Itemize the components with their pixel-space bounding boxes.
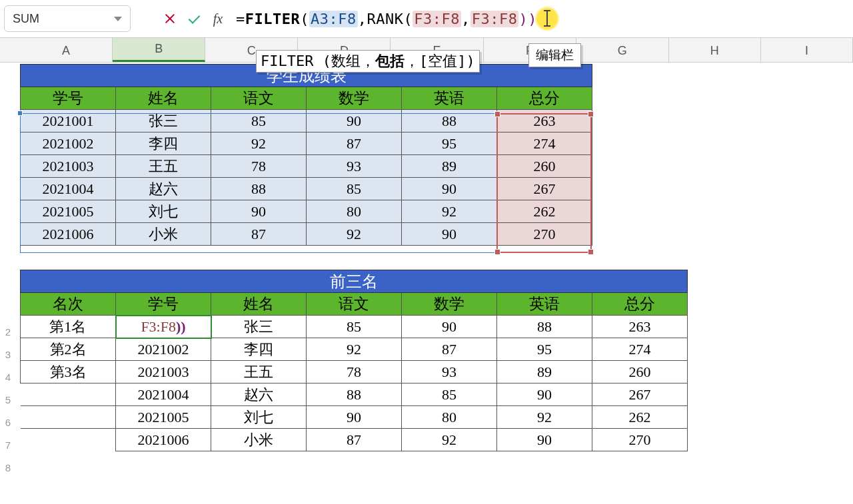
- table1-cell[interactable]: 90: [307, 110, 402, 132]
- table2-cell[interactable]: 王五: [211, 361, 307, 383]
- row-number: 6: [0, 417, 11, 428]
- table2-title: 前三名: [21, 270, 688, 293]
- table1-cell[interactable]: 2021002: [21, 132, 116, 155]
- table1-cell[interactable]: 2021003: [21, 155, 116, 178]
- table1-cell[interactable]: 92: [211, 132, 307, 155]
- table1-cell[interactable]: 85: [307, 178, 402, 200]
- rank-cell[interactable]: 第2名: [21, 338, 116, 361]
- table2-cell[interactable]: 260: [592, 361, 688, 383]
- table2-cell[interactable]: 80: [402, 406, 497, 429]
- table2-cell[interactable]: 88: [307, 383, 402, 406]
- table1-cell[interactable]: 王五: [116, 155, 211, 178]
- table2-cell[interactable]: 90: [497, 429, 592, 451]
- table2-cell[interactable]: 2021003: [116, 361, 211, 383]
- col-header-a[interactable]: A: [20, 38, 113, 62]
- table1-cell[interactable]: 262: [497, 200, 592, 223]
- table2-cell[interactable]: 92: [307, 338, 402, 361]
- table1-cell[interactable]: 93: [307, 155, 402, 178]
- table2-cell[interactable]: 89: [497, 361, 592, 383]
- table1-cell[interactable]: 88: [402, 110, 497, 132]
- table2-cell[interactable]: 87: [307, 429, 402, 451]
- table1-cell[interactable]: 267: [497, 178, 592, 200]
- table1-cell[interactable]: 90: [402, 223, 497, 246]
- table2-cell[interactable]: 92: [402, 429, 497, 451]
- student-score-table[interactable]: 学生成绩表学号姓名语文数学英语总分2021001张三85908826320210…: [20, 64, 592, 246]
- col-header-h[interactable]: H: [669, 38, 761, 62]
- table1-cell[interactable]: 274: [497, 132, 592, 155]
- table2-cell[interactable]: 小米: [211, 429, 307, 451]
- table1-cell[interactable]: 赵六: [116, 178, 211, 200]
- table1-cell[interactable]: 李四: [116, 132, 211, 155]
- table2-cell[interactable]: 95: [497, 338, 592, 361]
- table2-cell[interactable]: 90: [307, 406, 402, 429]
- table2-cell[interactable]: 85: [402, 383, 497, 406]
- table2-cell[interactable]: 赵六: [211, 383, 307, 406]
- top-three-table[interactable]: 前三名名次学号姓名语文数学英语总分第1名F3:F8))张三859088263第2…: [20, 270, 688, 451]
- table2-cell[interactable]: 87: [402, 338, 497, 361]
- table2-cell[interactable]: 2021006: [116, 429, 211, 451]
- table1-cell[interactable]: 80: [307, 200, 402, 223]
- table2-header: 名次: [21, 293, 116, 316]
- table2-cell[interactable]: 85: [307, 316, 402, 338]
- col-header-g[interactable]: G: [576, 38, 669, 62]
- table2-cell[interactable]: 92: [497, 406, 592, 429]
- table2-cell[interactable]: 78: [307, 361, 402, 383]
- table1-cell[interactable]: 92: [307, 223, 402, 246]
- table2-cell[interactable]: 刘七: [211, 406, 307, 429]
- table2-cell[interactable]: 267: [592, 383, 688, 406]
- table1-cell[interactable]: 87: [307, 132, 402, 155]
- confirm-icon[interactable]: [187, 11, 201, 26]
- table2-header: 学号: [116, 293, 211, 316]
- table1-cell[interactable]: 张三: [116, 110, 211, 132]
- table2-cell[interactable]: 2021005: [116, 406, 211, 429]
- col-header-b[interactable]: B: [113, 38, 205, 62]
- chevron-down-icon: [114, 17, 122, 21]
- table1-cell[interactable]: 88: [211, 178, 307, 200]
- table2-header: 姓名: [211, 293, 307, 316]
- table2-cell[interactable]: 90: [402, 316, 497, 338]
- table1-cell[interactable]: 263: [497, 110, 592, 132]
- table1-cell[interactable]: 90: [402, 178, 497, 200]
- empty-cell: [21, 406, 116, 429]
- table2-cell[interactable]: 263: [592, 316, 688, 338]
- col-header-i[interactable]: I: [761, 38, 853, 62]
- table1-cell[interactable]: 270: [497, 223, 592, 246]
- table2-cell[interactable]: 90: [497, 383, 592, 406]
- table1-cell[interactable]: 85: [211, 110, 307, 132]
- rank-cell[interactable]: 第1名: [21, 316, 116, 338]
- table2-cell[interactable]: 2021002: [116, 338, 211, 361]
- table1-header: 总分: [497, 87, 592, 110]
- table2-cell[interactable]: 274: [592, 338, 688, 361]
- table1-cell[interactable]: 92: [402, 200, 497, 223]
- cancel-icon[interactable]: [163, 11, 177, 26]
- table1-cell[interactable]: 78: [211, 155, 307, 178]
- table1-cell[interactable]: 87: [211, 223, 307, 246]
- rank-cell[interactable]: 第3名: [21, 361, 116, 383]
- table1-cell[interactable]: 2021006: [21, 223, 116, 246]
- row-number: 7: [0, 439, 11, 451]
- table1-cell[interactable]: 2021004: [21, 178, 116, 200]
- table1-cell[interactable]: 2021005: [21, 200, 116, 223]
- table2-cell[interactable]: 李四: [211, 338, 307, 361]
- table1-cell[interactable]: 90: [211, 200, 307, 223]
- table2-cell[interactable]: 93: [402, 361, 497, 383]
- name-box[interactable]: SUM: [4, 5, 131, 32]
- row-number: 4: [0, 372, 11, 383]
- table1-cell[interactable]: 刘七: [116, 200, 211, 223]
- table1-cell[interactable]: 95: [402, 132, 497, 155]
- table2-cell[interactable]: 88: [497, 316, 592, 338]
- table1-cell[interactable]: 260: [497, 155, 592, 178]
- cursor-highlight-icon: [534, 6, 560, 31]
- table1-header: 学号: [21, 87, 116, 110]
- editing-cell[interactable]: F3:F8)): [116, 316, 211, 338]
- table2-header: 英语: [497, 293, 592, 316]
- table1-cell[interactable]: 小米: [116, 223, 211, 246]
- table2-cell[interactable]: 张三: [211, 316, 307, 338]
- table2-cell[interactable]: 262: [592, 406, 688, 429]
- table2-cell[interactable]: 2021004: [116, 383, 211, 406]
- table1-cell[interactable]: 89: [402, 155, 497, 178]
- table2-cell[interactable]: 270: [592, 429, 688, 451]
- formula-bar[interactable]: = FILTER ( A3:F8 , RANK ( F3:F8 , F3:F8 …: [231, 5, 849, 32]
- fx-icon[interactable]: fx: [211, 11, 225, 26]
- table1-cell[interactable]: 2021001: [21, 110, 116, 132]
